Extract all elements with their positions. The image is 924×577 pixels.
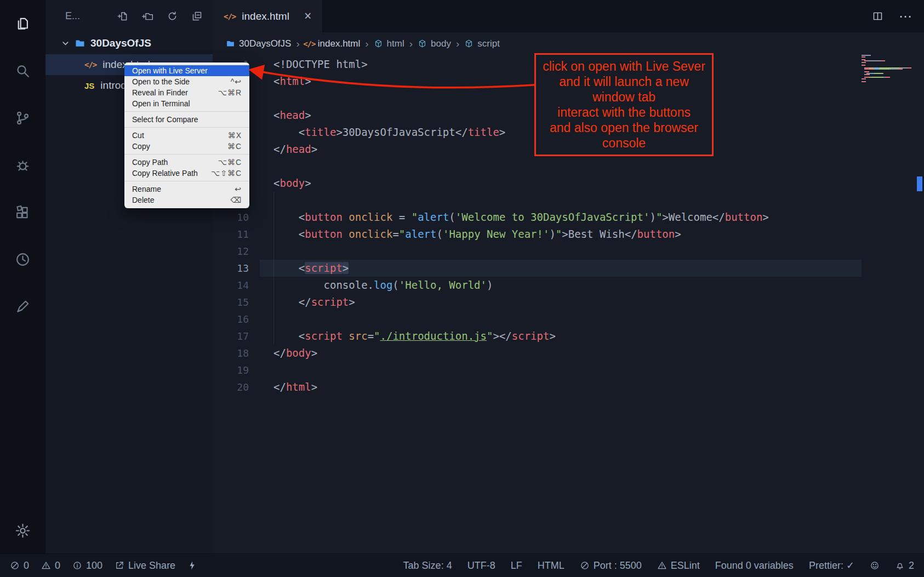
breadcrumb-item-script[interactable]: script — [464, 38, 500, 49]
code-line-18[interactable]: 18</body> — [213, 345, 924, 362]
status-live-share[interactable]: Live Share — [115, 560, 175, 572]
menu-item-label: Delete — [132, 196, 220, 204]
menu-separator — [124, 181, 249, 181]
code-line-12[interactable]: 12 — [213, 243, 924, 260]
line-content: </html> — [260, 379, 862, 396]
code-line-10[interactable]: 10 <button onclick = "alert('Welcome to … — [213, 209, 924, 226]
menu-item-select-for-compare[interactable]: Select for Compare — [124, 114, 249, 125]
line-number: 19 — [213, 362, 249, 379]
breadcrumb-item-body[interactable]: body — [418, 38, 451, 49]
line-content: <script src="./introduction.js"></script… — [260, 328, 862, 345]
code-line-20[interactable]: 20</html> — [213, 379, 924, 396]
status-label: ESLint — [671, 560, 700, 572]
line-content — [260, 362, 862, 379]
status-0[interactable]: 0 — [41, 560, 60, 572]
code-line-15[interactable]: 15 </script> — [213, 294, 924, 311]
status-found-0-variables[interactable]: Found 0 variables — [715, 560, 794, 572]
status-label: Found 0 variables — [715, 560, 794, 572]
breadcrumb-item-30DaysOfJS[interactable]: 30DaysOfJS — [226, 38, 291, 49]
html-file-icon: </> — [224, 12, 236, 21]
new-file-icon[interactable] — [117, 10, 129, 22]
code-line-19[interactable]: 19 — [213, 362, 924, 379]
line-number: 17 — [213, 328, 249, 345]
status-label: Tab Size: 4 — [403, 560, 452, 572]
status-smiley-icon[interactable] — [870, 561, 880, 570]
code-line-11[interactable]: 11 <button onclick="alert('Happy New Yea… — [213, 226, 924, 243]
activity-clock-button[interactable] — [0, 236, 45, 283]
status-tab-size-4[interactable]: Tab Size: 4 — [403, 560, 452, 572]
status-utf-8[interactable]: UTF-8 — [467, 560, 495, 572]
activity-source-control-button[interactable] — [0, 94, 45, 141]
breadcrumb-item-index.html[interactable]: </>index.html — [305, 38, 360, 49]
activity-pen-button[interactable] — [0, 283, 45, 330]
line-number: 20 — [213, 379, 249, 396]
more-actions-icon[interactable]: ⋯ — [899, 9, 913, 24]
line-content: </script> — [260, 294, 862, 311]
status-100[interactable]: 100 — [72, 560, 102, 572]
minimap[interactable] — [862, 55, 914, 82]
symbol-cube-icon — [464, 39, 474, 48]
close-tab-icon[interactable]: × — [304, 10, 311, 22]
code-line-17[interactable]: 17 <script src="./introduction.js"></scr… — [213, 328, 924, 345]
line-number: 15 — [213, 294, 249, 311]
breadcrumb-item-html[interactable]: html — [374, 38, 404, 49]
explorer-icon — [14, 15, 31, 32]
activity-search-button[interactable] — [0, 47, 45, 94]
status-html[interactable]: HTML — [538, 560, 564, 572]
manage-gear-button[interactable] — [14, 522, 31, 541]
menu-separator — [124, 127, 249, 128]
status-0[interactable]: 0 — [10, 560, 29, 572]
code-line-16[interactable]: 16 — [213, 311, 924, 328]
code-line-13[interactable]: 13 <script> — [213, 260, 924, 277]
menu-item-copy-relative-path[interactable]: Copy Relative Path⌥⇧⌘C — [124, 168, 249, 179]
new-folder-icon[interactable] — [142, 10, 153, 22]
code-line-8[interactable]: 8<body> — [213, 175, 924, 192]
code-line-9[interactable]: 9 — [213, 192, 924, 209]
menu-item-reveal-in-finder[interactable]: Reveal in Finder⌥⌘R — [124, 87, 249, 98]
menu-item-copy-path[interactable]: Copy Path⌥⌘C — [124, 157, 249, 168]
menu-item-delete[interactable]: Delete⌫ — [124, 195, 249, 205]
status-lf[interactable]: LF — [511, 560, 522, 572]
menu-item-cut[interactable]: Cut⌘X — [124, 130, 249, 141]
status-bar: 00100Live Share Tab Size: 4UTF-8LFHTMLPo… — [0, 553, 924, 577]
code-line-14[interactable]: 14 console.log('Hello, World') — [213, 277, 924, 294]
tab-index-html[interactable]: </> index.html × — [213, 0, 323, 32]
menu-item-open-to-the-side[interactable]: Open to the Side^↩ — [124, 76, 249, 87]
status-label: UTF-8 — [467, 560, 495, 572]
activity-explorer-button[interactable] — [0, 0, 45, 47]
debug-icon — [14, 157, 31, 174]
breadcrumb-separator: › — [296, 38, 299, 50]
menu-item-open-with-live-server[interactable]: Open with Live Server — [124, 65, 249, 76]
chevron-down-icon — [61, 39, 70, 48]
status-prettier-[interactable]: Prettier: ✓ — [809, 559, 854, 572]
warning-icon — [41, 561, 51, 570]
status-port-5500[interactable]: Port : 5500 — [580, 560, 642, 572]
smiley-icon — [870, 561, 880, 570]
folder-row-30daysofjs[interactable]: 30DaysOfJS — [45, 32, 213, 54]
status-label: Port : 5500 — [594, 560, 642, 572]
menu-item-copy[interactable]: Copy⌘C — [124, 141, 249, 152]
status-label: 2 — [909, 560, 914, 572]
refresh-icon[interactable] — [167, 10, 178, 22]
menu-item-label: Open with Live Server — [132, 66, 242, 75]
line-content — [260, 243, 862, 260]
status-2[interactable]: 2 — [895, 560, 914, 572]
line-content: <button onclick="alert('Happy New Year!'… — [260, 226, 862, 243]
status-eslint[interactable]: ESLint — [657, 560, 700, 572]
breadcrumb-label: script — [477, 38, 500, 49]
menu-item-open-in-terminal[interactable]: Open in Terminal — [124, 98, 249, 109]
line-content: console.log('Hello, World') — [260, 277, 862, 294]
context-menu: Open with Live ServerOpen to the Side^↩R… — [124, 62, 249, 208]
status-label: 0 — [24, 560, 29, 572]
collapse-all-icon[interactable] — [191, 10, 203, 22]
activity-debug-button[interactable] — [0, 141, 45, 188]
tab-bar: </> index.html × ⋯ — [213, 0, 924, 32]
code-line-7[interactable]: 7 — [213, 158, 924, 175]
split-editor-icon[interactable] — [872, 10, 883, 22]
line-number: 12 — [213, 243, 249, 260]
activity-extensions-button[interactable] — [0, 188, 45, 236]
vscode-window: E... 30DaysOfJS </>index.htmlJSintroduct… — [0, 0, 924, 577]
breadcrumb-separator: › — [365, 38, 368, 50]
status-zap-icon[interactable] — [187, 561, 197, 570]
menu-item-rename[interactable]: Rename↩ — [124, 184, 249, 195]
